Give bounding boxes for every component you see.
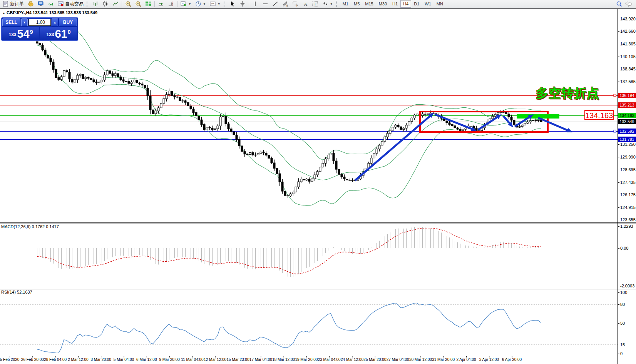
time-tick-label: 18 Mar 12:00 [272,357,295,362]
turning-point-annotation[interactable]: 多空转折点 [536,85,601,102]
chart-shift-button[interactable] [166,0,176,8]
text-icon: A [302,1,308,7]
macd-tick: 1.2293 [620,224,633,229]
bid-price-prefix: 133 [8,32,16,37]
buy-button[interactable]: BUY [59,18,77,26]
toolbar-grip[interactable] [224,1,226,7]
symbol-name: GBPJPY-,H4 [7,10,32,15]
timeframe-button-m1[interactable]: M1 [340,0,351,8]
timeframe-button-mn[interactable]: MN [434,0,446,8]
rsi-indicator-label: RSI(14) 52.1637 [1,290,32,294]
autotrading-label: 自动交易 [65,1,84,7]
timeframe-toolbar: M1M5M15M30H1H4D1W1MN [340,0,446,8]
toolbar-grip[interactable] [336,1,339,7]
fibonacci-icon: E [282,1,288,7]
zoom-out-icon [135,1,141,7]
cursor-button[interactable] [228,0,238,8]
main-toolbar: 新订单 自动交易 [0,0,636,8]
volume-increase-button[interactable]: ▲ [52,18,58,26]
templates-button[interactable]: ▼ [208,0,223,8]
zoom-out-button[interactable] [133,0,143,8]
ask-price-display[interactable]: 133 61 0 [40,27,77,40]
svg-text:E: E [286,4,288,7]
rsi-tick: 0 [620,351,623,356]
price-line-badge: 132.592 [618,129,636,134]
new-order-button[interactable]: 新订单 [1,0,26,8]
macd-tick: -2.0003 [620,284,634,288]
fibo-grid-icon: F [292,1,298,7]
arrows-objects-button[interactable]: ▼ [320,0,335,8]
collapse-triangle-icon[interactable]: ▲ [2,12,5,15]
volume-input[interactable]: 1.00 [28,19,51,26]
ask-price-prefix: 133 [46,32,54,37]
zoom-in-button[interactable] [123,0,133,8]
chat-icon[interactable] [625,1,631,7]
chart-canvas[interactable] [0,0,636,364]
bar-chart-icon [92,1,99,7]
timeframe-button-m15[interactable]: M15 [362,0,376,8]
price-tick: 127.435 [620,180,636,185]
volume-decrease-button[interactable]: ▼ [21,18,28,26]
trendline-button[interactable] [270,0,280,8]
time-tick-label: 25 Mar 20:00 [363,357,386,362]
vertical-line-button[interactable] [250,0,260,8]
new-order-label: 新订单 [10,1,24,7]
macd-indicator-label: MACD(12,26,9) 0.1762 0.1417 [1,224,59,229]
gold-seal-button[interactable] [26,0,36,8]
timeframe-button-w1[interactable]: W1 [422,0,434,8]
timeframe-button-h4[interactable]: H4 [400,0,411,8]
chart-shift-icon [168,1,174,7]
rsi-tick: 15 [620,342,625,347]
zoom-in-icon [125,1,131,7]
bid-price-display[interactable]: 133 54 9 [2,27,39,40]
signals-button[interactable] [46,0,56,8]
time-tick-label: 19 Mar 20:00 [295,357,318,362]
autotrading-button[interactable]: 自动交易 [56,0,85,8]
time-tick-label: 3 Apr 12:00 [479,357,499,362]
fibonacci-button[interactable]: E [280,0,290,8]
trendline-icon [272,1,278,7]
time-tick-label: 6 Apr 20:00 [502,357,522,362]
text-label-button[interactable]: T [310,0,320,8]
timeframe-button-m30[interactable]: M30 [376,0,390,8]
search-icon[interactable] [616,1,622,7]
timeframe-button-d1[interactable]: D1 [411,0,422,8]
price-tick: 123.655 [620,217,636,222]
fibo-grid-button[interactable]: F [290,0,300,8]
macd-name: MACD(12,26,9) [1,224,30,229]
templates-icon [210,1,216,7]
auto-scroll-button[interactable] [156,0,166,8]
vertical-line-icon [252,1,258,7]
horizontal-line-button[interactable] [260,0,270,8]
time-tick-label: 2 Mar 12:00 [68,357,88,362]
horizontal-line-icon [262,1,268,7]
bar-chart-button[interactable] [90,0,100,8]
text-button[interactable]: A [300,0,310,8]
timeframe-button-m5[interactable]: M5 [351,0,362,8]
line-chart-button[interactable] [110,0,121,8]
crosshair-button[interactable] [238,0,248,8]
metaeditor-icon [38,1,44,7]
time-tick-label: 24 Mar 12:00 [341,357,363,362]
time-tick-label: 27 Mar 04:00 [387,357,409,362]
price-tick: 143.920 [620,17,636,21]
time-tick-label: 23 Mar 04:00 [318,357,341,362]
price-callout-label[interactable]: 134.163 [584,110,614,120]
sell-button[interactable]: SELL [2,18,20,26]
time-tick-label: 31 Mar 20:00 [432,357,455,362]
tile-windows-button[interactable] [143,0,153,8]
dropdown-arrow-icon: ▼ [218,2,221,6]
bid-price-main: 54 [17,29,29,39]
time-tick-label: 11 Mar 04:00 [181,357,203,362]
macd-values: 0.1762 0.1417 [32,224,59,229]
metaeditor-button[interactable] [36,0,46,8]
candlestick-chart-button[interactable] [100,0,110,8]
timeframe-button-h1[interactable]: H1 [390,0,400,8]
rsi-tick: 50 [620,321,625,326]
toolbar-grip[interactable] [87,1,89,7]
periods-button[interactable]: ▼ [193,0,208,8]
mt4-terminal-window: 新订单 自动交易 [0,0,636,364]
new-chart-button[interactable]: ▼ [179,0,193,8]
candlestick-chart-icon [102,1,109,7]
time-tick-label: 30 Mar 12:00 [409,357,432,362]
